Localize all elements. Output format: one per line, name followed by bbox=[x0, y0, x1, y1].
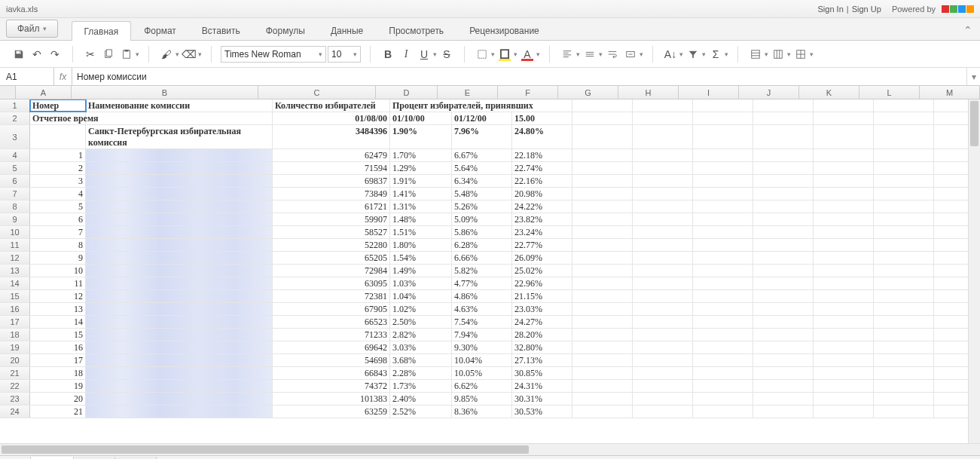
cell[interactable] bbox=[633, 341, 693, 353]
cell[interactable] bbox=[572, 188, 633, 200]
row-header[interactable]: 24 bbox=[0, 405, 30, 418]
cell[interactable]: 7.54% bbox=[452, 316, 512, 328]
cell[interactable]: 5.82% bbox=[452, 265, 512, 277]
cell[interactable] bbox=[814, 316, 874, 328]
cell[interactable] bbox=[633, 149, 693, 161]
cell[interactable] bbox=[814, 188, 874, 200]
cell[interactable] bbox=[814, 329, 874, 341]
column-header-K[interactable]: K bbox=[799, 86, 859, 99]
cell[interactable] bbox=[86, 149, 273, 161]
cell[interactable] bbox=[814, 226, 874, 238]
cell[interactable] bbox=[753, 329, 814, 341]
cell[interactable]: 6.28% bbox=[452, 239, 512, 251]
cell[interactable] bbox=[86, 112, 273, 124]
cell[interactable] bbox=[693, 329, 753, 341]
cell[interactable]: 6.34% bbox=[452, 175, 512, 187]
cell[interactable]: 30.85% bbox=[512, 367, 572, 379]
cell[interactable]: 3484396 bbox=[273, 125, 390, 148]
cell[interactable] bbox=[874, 329, 934, 341]
row-header[interactable]: 18 bbox=[0, 329, 30, 341]
cell[interactable]: 13 bbox=[30, 303, 86, 315]
cell[interactable] bbox=[633, 367, 693, 379]
cell[interactable]: 1.03% bbox=[390, 277, 452, 289]
cell[interactable] bbox=[572, 213, 633, 225]
cell[interactable] bbox=[753, 200, 814, 213]
cell[interactable] bbox=[572, 239, 633, 251]
horizontal-scrollbar[interactable] bbox=[0, 443, 980, 455]
cell[interactable] bbox=[814, 290, 874, 302]
cell[interactable]: 1.70% bbox=[390, 149, 452, 161]
cell[interactable] bbox=[572, 226, 633, 238]
cell[interactable]: 1.91% bbox=[390, 175, 452, 187]
cell[interactable] bbox=[814, 175, 874, 187]
cell[interactable] bbox=[814, 162, 874, 174]
cell[interactable]: 28.20% bbox=[512, 329, 572, 341]
cell[interactable]: 5.26% bbox=[452, 200, 512, 213]
cell[interactable]: 27.13% bbox=[512, 354, 572, 366]
cell[interactable] bbox=[814, 213, 874, 225]
cell[interactable]: 30.31% bbox=[512, 393, 572, 405]
cell[interactable] bbox=[693, 393, 753, 405]
cell[interactable]: 8 bbox=[30, 239, 86, 251]
bold-button[interactable]: B bbox=[380, 46, 396, 63]
cell[interactable]: 19 bbox=[30, 380, 86, 392]
name-box[interactable]: A1 bbox=[0, 68, 54, 85]
cell[interactable] bbox=[86, 265, 273, 277]
ribbon-tab-4[interactable]: Данные bbox=[318, 20, 376, 40]
cell[interactable] bbox=[693, 112, 753, 124]
cell[interactable] bbox=[633, 303, 693, 315]
cell[interactable] bbox=[86, 200, 273, 213]
cell[interactable]: 5.64% bbox=[452, 162, 512, 174]
cell[interactable] bbox=[753, 99, 814, 112]
cell[interactable]: 4.86% bbox=[452, 290, 512, 302]
column-header-A[interactable]: A bbox=[16, 86, 72, 99]
underline-button[interactable]: U bbox=[416, 46, 432, 63]
cell[interactable] bbox=[753, 239, 814, 251]
cell[interactable]: 9.85% bbox=[452, 393, 512, 405]
save-icon[interactable] bbox=[11, 46, 27, 63]
cell[interactable]: 2.52% bbox=[390, 405, 452, 418]
cell[interactable] bbox=[30, 125, 86, 148]
cell[interactable] bbox=[753, 341, 814, 353]
cell[interactable] bbox=[572, 99, 633, 112]
cell[interactable] bbox=[633, 277, 693, 289]
cell[interactable] bbox=[874, 125, 934, 148]
autosum-icon[interactable]: Σ bbox=[707, 46, 724, 63]
cell[interactable]: 20.98% bbox=[512, 188, 572, 200]
cell[interactable] bbox=[753, 354, 814, 366]
file-menu-button[interactable]: Файл▾ bbox=[6, 20, 58, 38]
cell[interactable]: 1.73% bbox=[390, 380, 452, 392]
cell[interactable] bbox=[693, 125, 753, 148]
cell[interactable]: 24.80% bbox=[512, 125, 572, 148]
cell[interactable]: 15.00 bbox=[512, 112, 572, 124]
ribbon-tab-1[interactable]: Формат bbox=[131, 20, 189, 40]
cell[interactable]: 10 bbox=[30, 265, 86, 277]
cell[interactable]: 01/12/00 bbox=[452, 112, 512, 124]
cell[interactable]: 63259 bbox=[273, 405, 390, 418]
cell[interactable]: 69642 bbox=[273, 341, 390, 353]
cell[interactable] bbox=[86, 354, 273, 366]
cell[interactable]: 5.86% bbox=[452, 226, 512, 238]
cell[interactable] bbox=[633, 200, 693, 213]
cell[interactable] bbox=[572, 380, 633, 392]
row-header[interactable]: 7 bbox=[0, 188, 30, 200]
cell[interactable] bbox=[86, 226, 273, 238]
column-header-I[interactable]: I bbox=[679, 86, 739, 99]
cut-icon[interactable]: ✂ bbox=[82, 46, 99, 63]
cell[interactable]: 24.22% bbox=[512, 200, 572, 213]
cell[interactable]: 4 bbox=[30, 188, 86, 200]
ribbon-tab-5[interactable]: Просмотреть bbox=[376, 20, 456, 40]
ribbon-tab-3[interactable]: Формулы bbox=[253, 20, 318, 40]
row-header[interactable]: 4 bbox=[0, 149, 30, 161]
row-header[interactable]: 13 bbox=[0, 265, 30, 277]
insert-cells-icon[interactable] bbox=[792, 46, 809, 63]
cell[interactable]: 2 bbox=[30, 162, 86, 174]
align-middle-icon[interactable] bbox=[582, 46, 598, 63]
cell[interactable] bbox=[874, 380, 934, 392]
cell[interactable]: 2.50% bbox=[390, 316, 452, 328]
cell[interactable] bbox=[753, 112, 814, 124]
cell[interactable] bbox=[814, 405, 874, 418]
cell[interactable]: 61721 bbox=[273, 200, 390, 213]
cell[interactable]: 20 bbox=[30, 393, 86, 405]
cell[interactable] bbox=[874, 213, 934, 225]
